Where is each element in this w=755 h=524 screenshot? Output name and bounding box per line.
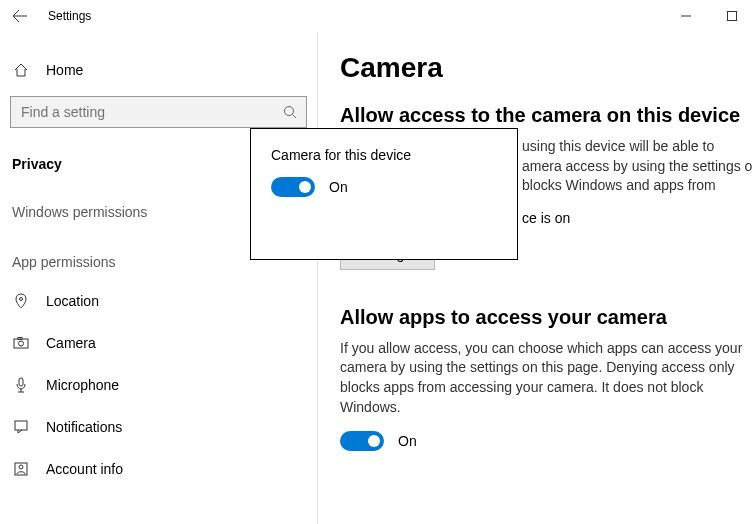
popup-title: Camera for this device: [271, 147, 497, 163]
search-icon: [283, 105, 297, 119]
camera-icon: [12, 335, 30, 351]
home-label: Home: [46, 62, 83, 78]
device-camera-toggle[interactable]: [271, 177, 315, 197]
microphone-icon: [12, 377, 30, 393]
sidebar-item-label: Camera: [46, 335, 96, 351]
sidebar-item-label: Microphone: [46, 377, 119, 393]
notifications-icon: [12, 419, 30, 435]
section-body-apps-access: If you allow access, you can choose whic…: [340, 339, 755, 417]
sidebar-item-notifications[interactable]: Notifications: [0, 406, 317, 448]
sidebar: Home Privacy Windows permissions App per…: [0, 32, 318, 524]
sidebar-item-label: Account info: [46, 461, 123, 477]
search-input[interactable]: [10, 96, 307, 128]
sidebar-item-home[interactable]: Home: [0, 52, 317, 88]
svg-point-2: [20, 298, 23, 301]
sidebar-item-camera[interactable]: Camera: [0, 322, 317, 364]
sidebar-item-account-info[interactable]: Account info: [0, 448, 317, 490]
svg-point-1: [285, 107, 294, 116]
apps-access-toggle[interactable]: [340, 431, 384, 451]
svg-rect-7: [15, 421, 27, 430]
back-button[interactable]: [0, 0, 40, 32]
minimize-icon: [681, 11, 691, 21]
apps-access-toggle-label: On: [398, 433, 417, 449]
app-title: Settings: [48, 9, 91, 23]
sidebar-item-microphone[interactable]: Microphone: [0, 364, 317, 406]
page-title: Camera: [340, 52, 755, 84]
device-camera-toggle-label: On: [329, 179, 348, 195]
svg-point-9: [19, 465, 23, 469]
svg-point-4: [19, 341, 24, 346]
section-title-device-access: Allow access to the camera on this devic…: [340, 104, 755, 127]
sidebar-item-label: Notifications: [46, 419, 122, 435]
section-title-apps-access: Allow apps to access your camera: [340, 306, 755, 329]
content-pane: Camera Allow access to the camera on thi…: [318, 32, 755, 524]
svg-rect-3: [14, 339, 28, 348]
location-icon: [12, 293, 30, 309]
svg-rect-6: [19, 378, 23, 386]
arrow-left-icon: [12, 8, 28, 24]
svg-rect-0: [728, 12, 737, 21]
account-icon: [12, 461, 30, 477]
maximize-button[interactable]: [709, 0, 755, 32]
maximize-icon: [727, 11, 737, 21]
device-camera-popup: Camera for this device On: [250, 128, 518, 260]
minimize-button[interactable]: [663, 0, 709, 32]
sidebar-item-label: Location: [46, 293, 99, 309]
home-icon: [12, 62, 30, 78]
sidebar-item-location[interactable]: Location: [0, 280, 317, 322]
